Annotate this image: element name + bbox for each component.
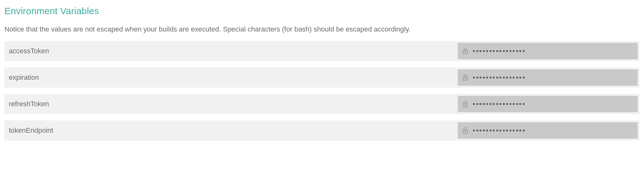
svg-point-4 xyxy=(465,78,466,79)
env-var-value[interactable] xyxy=(458,122,638,139)
masked-value xyxy=(473,130,525,131)
env-var-name: refreshToken xyxy=(4,94,458,114)
env-var-value[interactable] xyxy=(458,43,638,59)
env-var-name: accessToken xyxy=(4,41,458,61)
lock-icon xyxy=(462,100,468,108)
env-var-name: expiration xyxy=(4,67,458,88)
env-var-row: refreshToken xyxy=(4,94,640,114)
svg-point-7 xyxy=(465,104,466,105)
env-var-value[interactable] xyxy=(458,69,638,86)
lock-icon xyxy=(462,47,468,55)
masked-value xyxy=(473,103,525,105)
env-var-name: tokenEndpoint xyxy=(4,120,458,141)
env-var-row: tokenEndpoint xyxy=(4,120,640,141)
env-var-list: accessTokenexpirationrefreshTokentokenEn… xyxy=(4,41,640,141)
section-title: Environment Variables xyxy=(4,6,640,16)
svg-point-1 xyxy=(465,51,466,52)
env-var-value[interactable] xyxy=(458,96,638,112)
env-var-row: expiration xyxy=(4,67,640,88)
svg-point-10 xyxy=(465,131,466,132)
env-var-row: accessToken xyxy=(4,41,640,61)
lock-icon xyxy=(462,74,468,81)
masked-value xyxy=(473,50,525,52)
masked-value xyxy=(473,77,525,78)
lock-icon xyxy=(462,127,468,134)
section-notice: Notice that the values are not escaped w… xyxy=(4,25,640,33)
